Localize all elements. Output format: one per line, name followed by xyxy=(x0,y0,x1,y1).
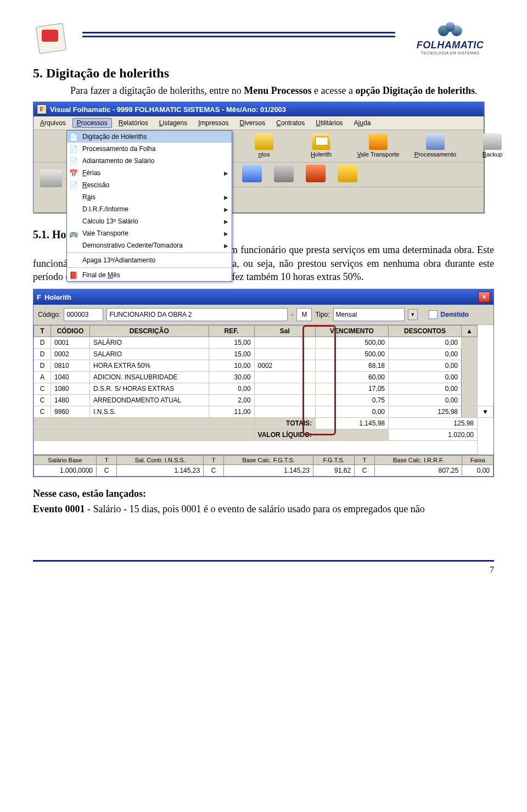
sh-fgts-base: Base Calc. F.G.T.S. xyxy=(224,456,313,465)
logo-sub: TECNOLOGIA EM SISTEMAS xyxy=(406,51,494,55)
bus-icon: 🚌 xyxy=(68,228,79,238)
submenu-arrow-icon: ▶ xyxy=(224,206,228,212)
menu-item-calculo-13[interactable]: Cálculo 13º Salário ▶ xyxy=(67,215,232,227)
sh-fgts: F.G.T.S. xyxy=(313,456,355,465)
holerith-grid: T CÓDIGO DESCRIÇÃO REF. Sal VENCIMENTO D… xyxy=(33,325,494,455)
menubar: Arquivos Processos Relatórios Listagens … xyxy=(33,116,484,130)
menu-item-apaga-13[interactable]: Apaga 13º/Adiantamento xyxy=(67,254,232,266)
grid-row[interactable]: C 9860 I.N.S.S. 11,00 0,00 125,98 ▼ xyxy=(34,406,494,418)
col-descricao[interactable]: DESCRIÇÃO xyxy=(90,326,209,337)
demitido-checkbox[interactable] xyxy=(429,310,438,319)
col-ref[interactable]: REF. xyxy=(209,326,254,337)
menu-processos[interactable]: Processos xyxy=(72,118,112,128)
menu-arquivos[interactable]: Arquivos xyxy=(36,118,70,128)
menu-ajuda[interactable]: Ajuda xyxy=(350,118,375,128)
close-button[interactable]: × xyxy=(478,292,490,303)
after-line-2: Evento 0001 - Salário - 15 dias, pois 00… xyxy=(33,502,494,516)
page-icon: 📄 xyxy=(68,156,79,166)
sh-t2: T xyxy=(204,456,224,465)
page-icon: 📄 xyxy=(68,180,79,190)
toolbar-btn-ntos[interactable]: ntos xyxy=(241,133,287,158)
toolbar2-icon-1[interactable] xyxy=(242,165,262,182)
menu-item-processamento-folha[interactable]: 📄 Processamento da Folha xyxy=(67,143,232,155)
holerith-window: F Holerith × Código: 000003 FUNCIONARIO … xyxy=(33,289,494,477)
tipo-label: Tipo: xyxy=(315,311,329,318)
menu-utilitarios[interactable]: Utilitários xyxy=(311,118,347,128)
menu-item-vale-transporte[interactable]: 🚌 Vale Transporte ▶ xyxy=(67,227,232,239)
sh-t3: T xyxy=(355,456,375,465)
app-icon: F xyxy=(37,293,41,301)
grid-row[interactable]: C 1080 D.S.R. S/ HORAS EXTRAS 0,00 17,05… xyxy=(34,383,494,395)
submenu-arrow-icon: ▶ xyxy=(224,219,228,225)
toolbar-btn-backup[interactable]: Backup xyxy=(469,133,515,158)
grid-row[interactable]: C 1480 ARREDONDAMENTO ATUAL 2,00 0,75 0,… xyxy=(34,395,494,406)
footer-rule xyxy=(33,560,494,562)
menu-item-rais[interactable]: Rais ▶ xyxy=(67,191,232,203)
holerith-icon xyxy=(312,133,330,150)
menu-item-rescisao[interactable]: 📄 Rescisão xyxy=(67,179,232,191)
col-descontos[interactable]: DESCONTOS xyxy=(389,326,462,337)
col-t[interactable]: T xyxy=(34,326,51,337)
toolbar2-icon-4[interactable] xyxy=(338,165,357,182)
menu-diversos[interactable]: Diversos xyxy=(236,118,270,128)
logo-mark-icon xyxy=(438,22,462,38)
book-icon: 📕 xyxy=(68,270,79,280)
bus-icon xyxy=(369,133,388,150)
grid-row[interactable]: A 1040 ADICION. INSALUBRIDADE 30,00 60,0… xyxy=(34,372,494,383)
totals-row: TOTAIS: 1.145,98 125,98 xyxy=(34,418,494,429)
menu-contratos[interactable]: Contratos xyxy=(272,118,309,128)
submenu-arrow-icon: ▶ xyxy=(224,231,228,237)
holerith-titlebar: F Holerith × xyxy=(33,289,494,305)
window-titlebar: F Visual Folhamatic - 9999 FOLHAMATIC SI… xyxy=(33,102,484,116)
grid-row[interactable]: D 0001 SALÁRIO 15,00 500,00 0,00 xyxy=(34,337,494,349)
menu-relatorios[interactable]: Relatórios xyxy=(114,118,153,128)
summary-grid: Salário Base T Sal. Contr. I.N.S.S. T Ba… xyxy=(33,455,494,477)
toolbar2-icon-3[interactable] xyxy=(306,165,326,182)
grid-row[interactable]: D 0002 SALARIO 15,00 500,00 0,00 xyxy=(34,349,494,360)
page-number: 7 xyxy=(33,565,494,575)
app-window-screenshot: F Visual Folhamatic - 9999 FOLHAMATIC SI… xyxy=(33,102,484,213)
toolbar2-icon-2[interactable] xyxy=(274,165,294,182)
app-icon: F xyxy=(37,104,47,114)
m-field[interactable]: M xyxy=(296,308,312,321)
section-5-para: Para fazer a digitação de holeriths, ent… xyxy=(33,84,494,97)
page-icon: 📄 xyxy=(68,144,79,154)
grid-row[interactable]: D 0810 HORA EXTRA 50% 10,00 0002 68,18 0… xyxy=(34,360,494,372)
holerith-title: Holerith xyxy=(44,293,71,301)
scroll-up-button[interactable]: ▲ xyxy=(462,326,478,337)
header-rule xyxy=(82,32,395,37)
window-title: Visual Folhamatic - 9999 FOLHAMATIC SIST… xyxy=(50,105,286,114)
menu-listagens[interactable]: Listagens xyxy=(155,118,192,128)
menu-item-adiantamento-salario[interactable]: 📄 Adiantamento de Salário xyxy=(67,155,232,167)
menu-item-final-mes[interactable]: 📕 Final de Mês xyxy=(67,269,232,281)
scroll-down-button[interactable]: ▼ xyxy=(478,406,494,418)
sh-t1: T xyxy=(97,456,117,465)
sh-inss: Sal. Contr. I.N.S.S. xyxy=(117,456,204,465)
codigo-field[interactable]: 000003 xyxy=(64,308,103,321)
sh-faixa: Faixa xyxy=(462,456,494,465)
brand-logo: FOLHAMATIC TECNOLOGIA EM SISTEMAS xyxy=(406,22,494,55)
holerith-header-form: Código: 000003 FUNCIONARIO DA OBRA 2 - M… xyxy=(33,305,494,325)
col-sal[interactable]: Sal xyxy=(254,326,315,337)
col-codigo[interactable]: CÓDIGO xyxy=(51,326,90,337)
liquido-row: VALOR LÍQUIDO: 1.020,00 xyxy=(34,429,494,441)
processing-icon xyxy=(426,133,445,150)
tipo-select[interactable]: Mensal xyxy=(333,308,405,321)
toolbar-btn-holerith[interactable]: Holerith xyxy=(298,133,344,158)
sh-salario-base: Salário Base xyxy=(34,456,97,465)
blank-row xyxy=(34,441,494,455)
sidebar-icon-2[interactable] xyxy=(40,170,62,187)
menu-item-ferias[interactable]: 📅 Férias ▶ xyxy=(67,167,232,179)
tipo-dropdown-button[interactable]: ▼ xyxy=(408,309,418,320)
toolbar-btn-processamento[interactable]: Processamento xyxy=(412,133,458,158)
menu-item-demonstrativo[interactable]: Demonstrativo Cedente/Tomadora ▶ xyxy=(67,239,232,251)
logo-text: FOLHAMATIC xyxy=(406,40,494,51)
nome-field[interactable]: FUNCIONARIO DA OBRA 2 xyxy=(106,308,288,321)
submenu-arrow-icon: ▶ xyxy=(224,194,228,200)
menu-item-digitacao-holeriths[interactable]: 📄 Digitação de Holeriths xyxy=(67,131,232,143)
menu-item-dirf[interactable]: D.I.R.F./Informe ▶ xyxy=(67,203,232,215)
col-vencimento[interactable]: VENCIMENTO xyxy=(316,326,389,337)
menu-impressos[interactable]: Impressos xyxy=(194,118,233,128)
toolbar-btn-vale-transporte[interactable]: Vale Transporte xyxy=(355,133,401,158)
page-icon: 📄 xyxy=(68,132,79,142)
